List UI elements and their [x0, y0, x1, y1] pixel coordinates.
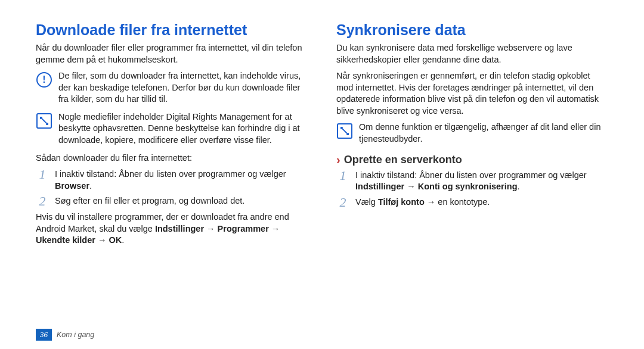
- info-icon: [36, 113, 52, 129]
- left-lead: Sådan downloader du filer fra internette…: [36, 152, 308, 164]
- step-text: Søg efter en fil eller et program, og do…: [55, 195, 308, 207]
- subheading: Oprette en serverkonto: [344, 154, 462, 166]
- step-number: 2: [336, 196, 349, 209]
- left-intro: Når du downloader filer eller programmer…: [36, 42, 308, 66]
- info-icon: [336, 123, 353, 139]
- r-step2-post: → en kontotype.: [425, 197, 490, 207]
- right-p2: Når synkroniseringen er gennemført, er d…: [336, 70, 608, 117]
- step-text: I inaktiv tilstand: Åbner du listen over…: [355, 170, 608, 193]
- r-step1-bold: Indstillinger → Konti og synkronisering: [355, 182, 518, 191]
- right-steps: 1 I inaktiv tilstand: Åbner du listen ov…: [336, 170, 608, 209]
- warning-text: De filer, som du downloader fra internet…: [58, 70, 308, 105]
- left-tail: Hvis du vil installere programmer, der e…: [36, 211, 308, 247]
- info-text: Nogle mediefiler indeholder Digital Righ…: [58, 111, 308, 147]
- info-text-right: Om denne funktion er tilgængelig, afhæng…: [359, 121, 608, 145]
- page-footer: 36 Kom i gang: [36, 329, 94, 341]
- warning-icon: !: [36, 71, 52, 88]
- right-p1: Du kan synkronisere data med forskellige…: [336, 42, 608, 66]
- r-step2-pre: Vælg: [355, 197, 378, 207]
- page-number: 36: [36, 329, 52, 341]
- right-title: Synkronisere data: [336, 21, 608, 39]
- r-step1-post: .: [518, 182, 520, 191]
- two-column-layout: Downloade filer fra internettet Når du d…: [36, 21, 608, 338]
- warning-note: ! De filer, som du downloader fra intern…: [36, 70, 308, 105]
- info-note: Nogle mediefiler indeholder Digital Righ…: [36, 111, 308, 147]
- left-column: Downloade filer fra internettet Når du d…: [36, 21, 308, 338]
- step1-pre: I inaktiv tilstand: Åbner du listen over…: [55, 169, 286, 179]
- step-text: I inaktiv tilstand: Åbner du listen over…: [55, 169, 308, 192]
- step1-post: .: [89, 181, 92, 191]
- subheading-row: › Oprette en serverkonto: [336, 154, 608, 166]
- left-steps: 1 I inaktiv tilstand: Åbner du listen ov…: [36, 169, 308, 208]
- svg-line-1: [342, 128, 348, 135]
- step-number: 2: [36, 195, 49, 208]
- chevron-icon: ›: [336, 154, 340, 166]
- step-2: 2 Søg efter en fil eller et program, og …: [36, 195, 308, 208]
- step-text: Vælg Tilføj konto → en kontotype.: [355, 197, 608, 208]
- tail-post: .: [122, 235, 124, 245]
- step-number: 1: [36, 168, 49, 181]
- info-note-right: Om denne funktion er tilgængelig, afhæng…: [336, 121, 608, 145]
- step-2: 2 Vælg Tilføj konto → en kontotype.: [336, 197, 608, 209]
- step-1: 1 I inaktiv tilstand: Åbner du listen ov…: [336, 170, 608, 193]
- svg-line-0: [41, 117, 48, 124]
- step-1: 1 I inaktiv tilstand: Åbner du listen ov…: [36, 169, 308, 192]
- footer-section-name: Kom i gang: [57, 331, 94, 339]
- manual-page: Downloade filer fra internettet Når du d…: [0, 0, 644, 349]
- step1-bold: Browser: [55, 181, 89, 191]
- right-column: Synkronisere data Du kan synkronisere da…: [336, 21, 608, 338]
- r-step1-pre: I inaktiv tilstand: Åbner du listen over…: [355, 170, 587, 180]
- step-number: 1: [336, 169, 349, 182]
- left-title: Downloade filer fra internettet: [36, 21, 308, 39]
- r-step2-bold: Tilføj konto: [378, 197, 425, 207]
